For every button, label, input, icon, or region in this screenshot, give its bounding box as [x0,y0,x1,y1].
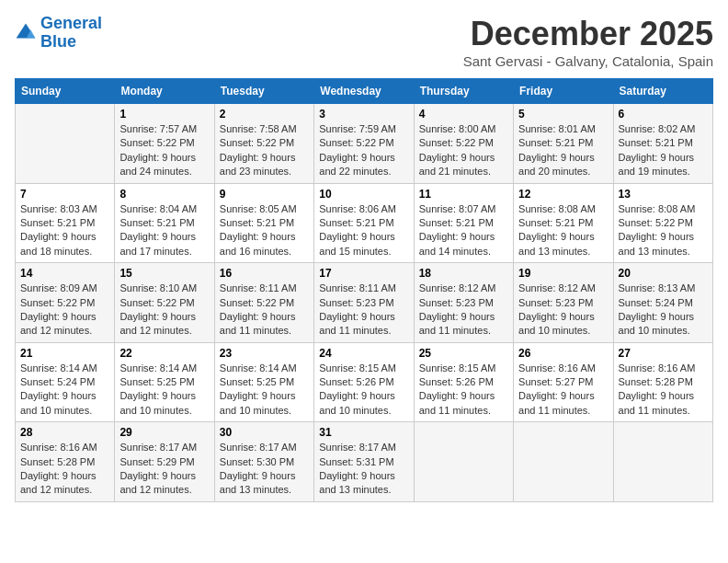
calendar-cell: 29Sunrise: 8:17 AM Sunset: 5:29 PM Dayli… [115,422,214,502]
day-number: 13 [619,188,708,201]
calendar-week-1: 1Sunrise: 7:57 AM Sunset: 5:22 PM Daylig… [16,104,713,184]
day-info: Sunrise: 8:07 AM Sunset: 5:21 PM Dayligh… [419,202,508,259]
day-info: Sunrise: 8:12 AM Sunset: 5:23 PM Dayligh… [518,282,608,339]
column-header-friday: Friday [514,79,613,104]
day-info: Sunrise: 8:08 AM Sunset: 5:21 PM Dayligh… [518,202,608,259]
calendar-cell: 7Sunrise: 8:03 AM Sunset: 5:21 PM Daylig… [16,183,115,263]
day-number: 2 [220,108,309,121]
calendar-cell: 9Sunrise: 8:05 AM Sunset: 5:21 PM Daylig… [214,183,313,263]
calendar-cell: 18Sunrise: 8:12 AM Sunset: 5:23 PM Dayli… [414,263,513,343]
column-header-sunday: Sunday [16,79,115,104]
calendar-cell: 12Sunrise: 8:08 AM Sunset: 5:21 PM Dayli… [514,183,613,263]
day-info: Sunrise: 8:03 AM Sunset: 5:21 PM Dayligh… [20,202,109,259]
day-info: Sunrise: 8:17 AM Sunset: 5:29 PM Dayligh… [119,441,209,498]
day-number: 30 [220,426,309,439]
day-info: Sunrise: 8:02 AM Sunset: 5:21 PM Dayligh… [619,122,708,179]
day-number: 12 [518,188,608,201]
header: General Blue December 2025 Sant Gervasi … [15,15,713,69]
logo-text: General Blue [40,15,102,52]
day-number: 24 [319,347,408,360]
day-info: Sunrise: 8:14 AM Sunset: 5:25 PM Dayligh… [220,362,309,419]
calendar-cell: 24Sunrise: 8:15 AM Sunset: 5:26 PM Dayli… [314,342,414,422]
day-info: Sunrise: 8:01 AM Sunset: 5:21 PM Dayligh… [518,122,608,179]
day-number: 25 [419,347,508,360]
column-header-saturday: Saturday [613,79,712,104]
calendar-cell: 8Sunrise: 8:04 AM Sunset: 5:21 PM Daylig… [115,183,214,263]
logo: General Blue [15,15,102,52]
day-number: 10 [319,188,408,201]
day-number: 7 [20,188,109,201]
calendar-cell: 13Sunrise: 8:08 AM Sunset: 5:22 PM Dayli… [613,183,712,263]
calendar-cell: 14Sunrise: 8:09 AM Sunset: 5:22 PM Dayli… [16,263,115,343]
day-info: Sunrise: 8:05 AM Sunset: 5:21 PM Dayligh… [220,202,309,259]
calendar-cell: 26Sunrise: 8:16 AM Sunset: 5:27 PM Dayli… [514,342,613,422]
day-number: 5 [518,108,608,121]
day-number: 1 [119,108,209,121]
calendar-cell [514,422,613,502]
day-number: 21 [20,347,109,360]
logo-icon [15,22,37,44]
calendar-cell: 30Sunrise: 8:17 AM Sunset: 5:30 PM Dayli… [214,422,313,502]
day-info: Sunrise: 7:58 AM Sunset: 5:22 PM Dayligh… [220,122,309,179]
calendar-cell: 16Sunrise: 8:11 AM Sunset: 5:22 PM Dayli… [214,263,313,343]
day-info: Sunrise: 8:16 AM Sunset: 5:27 PM Dayligh… [518,362,608,419]
day-number: 27 [619,347,708,360]
calendar-cell: 1Sunrise: 7:57 AM Sunset: 5:22 PM Daylig… [115,104,214,184]
calendar-week-2: 7Sunrise: 8:03 AM Sunset: 5:21 PM Daylig… [16,183,713,263]
day-info: Sunrise: 8:17 AM Sunset: 5:30 PM Dayligh… [220,441,309,498]
calendar-week-4: 21Sunrise: 8:14 AM Sunset: 5:24 PM Dayli… [16,342,713,422]
day-number: 31 [319,426,408,439]
day-info: Sunrise: 8:10 AM Sunset: 5:22 PM Dayligh… [119,282,209,339]
calendar-week-5: 28Sunrise: 8:16 AM Sunset: 5:28 PM Dayli… [16,422,713,502]
day-number: 28 [20,426,109,439]
day-info: Sunrise: 8:15 AM Sunset: 5:26 PM Dayligh… [419,362,508,419]
day-info: Sunrise: 8:14 AM Sunset: 5:24 PM Dayligh… [20,362,109,419]
day-number: 9 [220,188,309,201]
calendar-cell: 5Sunrise: 8:01 AM Sunset: 5:21 PM Daylig… [514,104,613,184]
day-number: 22 [119,347,209,360]
day-number: 15 [119,267,209,280]
day-info: Sunrise: 8:14 AM Sunset: 5:25 PM Dayligh… [119,362,209,419]
calendar-cell: 22Sunrise: 8:14 AM Sunset: 5:25 PM Dayli… [115,342,214,422]
day-number: 17 [319,267,408,280]
day-number: 11 [419,188,508,201]
day-info: Sunrise: 8:00 AM Sunset: 5:22 PM Dayligh… [419,122,508,179]
day-info: Sunrise: 8:15 AM Sunset: 5:26 PM Dayligh… [319,362,408,419]
day-number: 4 [419,108,508,121]
day-info: Sunrise: 8:04 AM Sunset: 5:21 PM Dayligh… [119,202,209,259]
day-info: Sunrise: 7:57 AM Sunset: 5:22 PM Dayligh… [119,122,209,179]
day-number: 20 [619,267,708,280]
calendar-cell: 27Sunrise: 8:16 AM Sunset: 5:28 PM Dayli… [613,342,712,422]
day-info: Sunrise: 8:11 AM Sunset: 5:22 PM Dayligh… [220,282,309,339]
calendar-cell: 20Sunrise: 8:13 AM Sunset: 5:24 PM Dayli… [613,263,712,343]
calendar-cell: 31Sunrise: 8:17 AM Sunset: 5:31 PM Dayli… [314,422,414,502]
column-header-wednesday: Wednesday [314,79,414,104]
column-header-thursday: Thursday [414,79,513,104]
calendar-cell: 19Sunrise: 8:12 AM Sunset: 5:23 PM Dayli… [514,263,613,343]
calendar-cell: 21Sunrise: 8:14 AM Sunset: 5:24 PM Dayli… [16,342,115,422]
calendar-cell: 10Sunrise: 8:06 AM Sunset: 5:21 PM Dayli… [314,183,414,263]
calendar-table: SundayMondayTuesdayWednesdayThursdayFrid… [15,78,713,502]
day-number: 16 [220,267,309,280]
calendar-cell: 11Sunrise: 8:07 AM Sunset: 5:21 PM Dayli… [414,183,513,263]
day-number: 18 [419,267,508,280]
calendar-cell: 17Sunrise: 8:11 AM Sunset: 5:23 PM Dayli… [314,263,414,343]
calendar-week-3: 14Sunrise: 8:09 AM Sunset: 5:22 PM Dayli… [16,263,713,343]
column-header-tuesday: Tuesday [214,79,313,104]
logo-line1: General [40,14,102,32]
day-number: 26 [518,347,608,360]
day-info: Sunrise: 7:59 AM Sunset: 5:22 PM Dayligh… [319,122,408,179]
calendar-cell: 28Sunrise: 8:16 AM Sunset: 5:28 PM Dayli… [16,422,115,502]
calendar-cell: 23Sunrise: 8:14 AM Sunset: 5:25 PM Dayli… [214,342,313,422]
day-info: Sunrise: 8:06 AM Sunset: 5:21 PM Dayligh… [319,202,408,259]
day-info: Sunrise: 8:17 AM Sunset: 5:31 PM Dayligh… [319,441,408,498]
title-area: December 2025 Sant Gervasi - Galvany, Ca… [463,15,713,69]
day-info: Sunrise: 8:16 AM Sunset: 5:28 PM Dayligh… [20,441,109,498]
calendar-cell: 4Sunrise: 8:00 AM Sunset: 5:22 PM Daylig… [414,104,513,184]
calendar-cell: 3Sunrise: 7:59 AM Sunset: 5:22 PM Daylig… [314,104,414,184]
logo-line2: Blue [40,32,76,51]
day-number: 23 [220,347,309,360]
day-info: Sunrise: 8:09 AM Sunset: 5:22 PM Dayligh… [20,282,109,339]
column-header-monday: Monday [115,79,214,104]
day-number: 8 [119,188,209,201]
